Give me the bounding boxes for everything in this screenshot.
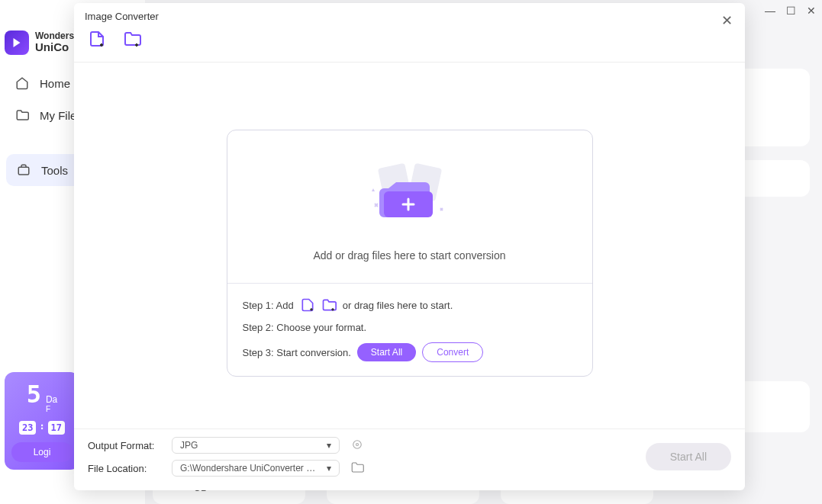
add-folder-icon [123, 30, 141, 48]
add-file-icon[interactable] [300, 297, 315, 313]
step-2: Step 2: Choose your format. [243, 322, 577, 333]
nav-label-home: Home [40, 77, 70, 90]
output-format-value: JPG [180, 440, 198, 451]
step-1: Step 1: Add or drag files here to start. [243, 297, 577, 313]
add-file-button[interactable] [88, 30, 106, 51]
svg-point-7 [353, 440, 362, 448]
start-all-button[interactable]: Start All [646, 443, 731, 470]
image-converter-modal: Image Converter ✕ Add or drag files here… [74, 3, 745, 490]
logo-icon [5, 30, 29, 55]
modal-title: Image Converter [74, 3, 745, 22]
close-button[interactable]: ✕ [807, 5, 816, 17]
chevron-down-icon: ▾ [327, 463, 331, 474]
minimize-button[interactable]: — [765, 5, 775, 17]
nav-label-tools: Tools [41, 164, 68, 177]
modal-footer: Output Format: JPG ▾ File Location: G:\W… [74, 429, 745, 490]
add-folder-icon[interactable] [321, 297, 337, 313]
svg-point-8 [356, 443, 359, 445]
drop-illustration-icon [364, 159, 456, 228]
add-folder-button[interactable] [123, 30, 141, 51]
steps-panel: Step 1: Add or drag files here to start.… [227, 283, 592, 376]
home-icon [15, 76, 29, 90]
file-location-value: G:\Wondershare UniConverter 15\Im [180, 463, 318, 474]
drop-zone[interactable]: Add or drag files here to start conversi… [227, 130, 592, 283]
svg-rect-0 [18, 167, 29, 175]
login-button[interactable]: Logi [11, 442, 73, 462]
open-folder-icon[interactable] [350, 461, 364, 477]
file-location-label: File Location: [88, 463, 161, 474]
logo-text: Wondersh UniCo [35, 31, 79, 54]
promo-number: 5 [27, 380, 41, 409]
folder-icon [15, 108, 29, 122]
modal-close-button[interactable]: ✕ [721, 12, 733, 29]
window-controls: — ☐ ✕ [765, 5, 816, 17]
output-format-label: Output Format: [88, 440, 161, 451]
chevron-down-icon: ▾ [327, 440, 331, 451]
promo-timer: 23:17 [11, 421, 73, 435]
start-all-pill-button[interactable]: Start All [357, 343, 416, 361]
settings-icon[interactable] [350, 438, 364, 454]
drop-text: Add or drag files here to start conversi… [243, 249, 577, 262]
toolbox-icon [17, 163, 31, 177]
modal-toolbar [74, 22, 745, 62]
add-file-icon [88, 30, 106, 48]
promo-box: 5 Da F 23:17 Logi [5, 372, 79, 470]
file-location-select[interactable]: G:\Wondershare UniConverter 15\Im ▾ [172, 460, 340, 477]
convert-pill-button[interactable]: Convert [422, 342, 483, 362]
maximize-button[interactable]: ☐ [786, 5, 796, 17]
output-format-select[interactable]: JPG ▾ [172, 437, 340, 454]
drop-area[interactable]: Add or drag files here to start conversi… [227, 130, 593, 377]
nav-label-files: My File [40, 109, 76, 122]
step-3: Step 3: Start conversion. Start All Conv… [243, 342, 577, 362]
